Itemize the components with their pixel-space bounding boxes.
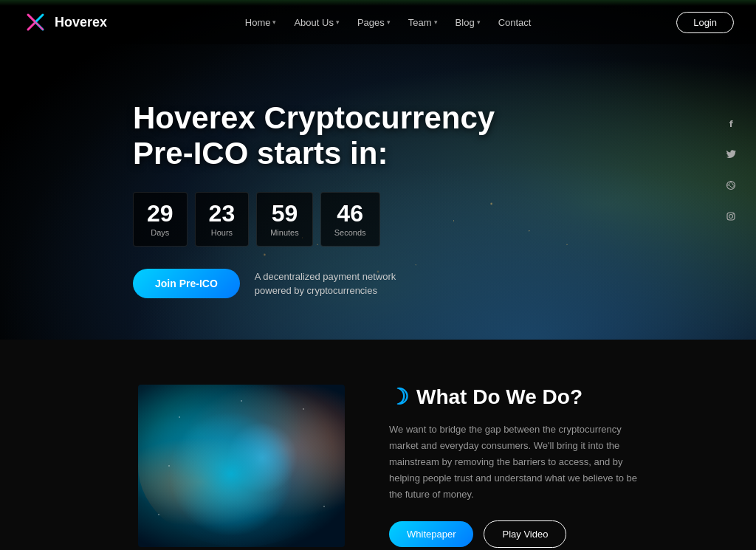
navbar: Hoverex Home ▾ About Us ▾ Pages ▾ Team ▾…: [0, 0, 756, 44]
nav-about[interactable]: About Us ▾: [286, 13, 346, 32]
brand-name: Hoverex: [55, 15, 107, 30]
nav-team[interactable]: Team ▾: [401, 13, 445, 32]
chevron-down-icon: ▾: [434, 18, 438, 26]
chevron-down-icon: ▾: [477, 18, 481, 26]
chevron-down-icon: ▾: [336, 18, 340, 26]
hero-title: Hoverex Cryptocurrency Pre-ICO starts in…: [133, 100, 495, 172]
moon-icon: ☽: [389, 384, 409, 410]
countdown-seconds: 46 Seconds: [320, 192, 380, 247]
play-video-button[interactable]: Play Video: [484, 520, 566, 548]
logo-icon: [22, 9, 49, 35]
hero-section: Hoverex Cryptocurrency Pre-ICO starts in…: [0, 0, 756, 340]
section-two-buttons: Whitepaper Play Video: [389, 520, 640, 548]
svg-point-3: [732, 213, 734, 215]
countdown-days: 29 Days: [133, 192, 188, 247]
instagram-icon[interactable]: [721, 206, 741, 227]
what-we-do-text: We want to bridge the gap between the cr…: [389, 422, 640, 503]
chevron-down-icon: ▾: [272, 18, 276, 26]
minutes-label: Minutes: [270, 228, 299, 237]
nebula-stars: [138, 385, 345, 547]
minutes-value: 59: [270, 202, 299, 225]
days-value: 29: [147, 202, 173, 225]
what-we-do-content: ☽ What Do We Do? We want to bridge the g…: [389, 384, 640, 548]
seconds-label: Seconds: [334, 228, 366, 237]
days-label: Days: [147, 228, 173, 237]
facebook-icon[interactable]: [721, 113, 741, 134]
hero-tagline: A decentralized payment network powered …: [255, 269, 396, 298]
what-we-do-section: ☽ What Do We Do? We want to bridge the g…: [0, 340, 756, 550]
hero-buttons: Join Pre-ICO A decentralized payment net…: [133, 269, 495, 298]
nav-contact[interactable]: Contact: [491, 13, 539, 32]
svg-point-2: [729, 215, 733, 219]
hours-label: Hours: [209, 228, 236, 237]
dribbble-icon[interactable]: [721, 175, 741, 196]
nebula-image: [138, 385, 345, 547]
countdown-minutes: 59 Minutes: [256, 192, 313, 247]
hours-value: 23: [209, 202, 236, 225]
nav-links: Home ▾ About Us ▾ Pages ▾ Team ▾ Blog ▾ …: [238, 13, 539, 32]
countdown-hours: 23 Hours: [195, 192, 250, 247]
whitepaper-button[interactable]: Whitepaper: [389, 521, 473, 547]
login-button[interactable]: Login: [676, 12, 734, 33]
nav-pages[interactable]: Pages ▾: [350, 13, 398, 32]
hero-content: Hoverex Cryptocurrency Pre-ICO starts in…: [0, 34, 495, 306]
countdown-timer: 29 Days 23 Hours 59 Minutes 46 Seconds: [133, 192, 495, 247]
nav-blog[interactable]: Blog ▾: [448, 13, 488, 32]
chevron-down-icon: ▾: [387, 18, 391, 26]
social-sidebar: [721, 113, 741, 227]
nav-home[interactable]: Home ▾: [238, 13, 284, 32]
twitter-icon[interactable]: [721, 144, 741, 165]
join-pre-ico-button[interactable]: Join Pre-ICO: [133, 269, 240, 298]
logo[interactable]: Hoverex: [22, 9, 107, 35]
seconds-value: 46: [334, 202, 366, 225]
what-we-do-title: ☽ What Do We Do?: [389, 384, 640, 410]
